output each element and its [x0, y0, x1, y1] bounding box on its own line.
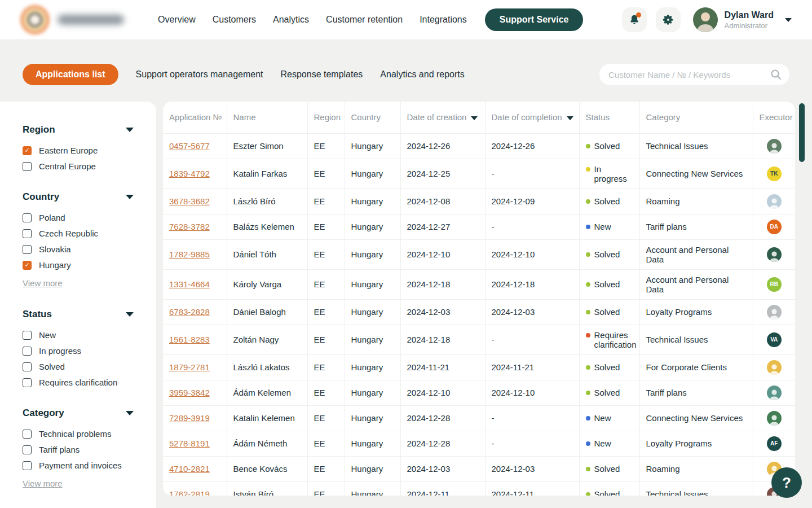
column-header-label: Region	[314, 112, 341, 122]
date-of-completion-cell: -	[485, 159, 579, 189]
checkbox-unchecked[interactable]	[23, 162, 32, 171]
filter-option-central-europe[interactable]: Central Europe	[23, 161, 134, 171]
executor-photo-avatar[interactable]	[767, 194, 782, 209]
search-icon[interactable]	[770, 69, 782, 80]
application-number-link[interactable]: 1879-2781	[169, 362, 210, 372]
executor-photo-avatar[interactable]	[767, 305, 782, 319]
executor-photo-avatar[interactable]	[767, 411, 782, 426]
filter-section-header-country[interactable]: Country	[23, 191, 134, 203]
filter-option-eastern-europe[interactable]: ✓Eastern Europe	[23, 146, 134, 155]
executor-photo-avatar[interactable]	[767, 247, 782, 262]
nav-item-overview[interactable]: Overview	[158, 15, 196, 25]
notifications-button[interactable]	[622, 7, 647, 32]
filter-option-payment-and-invoices[interactable]: Payment and invoices	[23, 461, 134, 470]
filter-option-czech-republic[interactable]: Czech Republic	[23, 229, 134, 238]
executor-photo-avatar[interactable]	[767, 139, 782, 154]
nav-item-analytics[interactable]: Analytics	[273, 15, 309, 25]
filter-option-solved[interactable]: Solved	[23, 362, 134, 371]
application-number-link[interactable]: 0457-5677	[169, 141, 210, 151]
customer-name-cell: Katalin Farkas	[227, 159, 307, 189]
nav-item-integrations[interactable]: Integrations	[420, 15, 467, 25]
filter-option-in-progress[interactable]: In progress	[23, 346, 134, 356]
filter-option-poland[interactable]: Poland	[23, 213, 134, 222]
executor-photo-avatar[interactable]	[767, 386, 782, 400]
column-header-label: Name	[233, 112, 256, 122]
executor-initials-avatar[interactable]: VA	[767, 332, 782, 347]
application-number-link[interactable]: 3678-3682	[169, 196, 210, 206]
column-header-label: Status	[586, 112, 610, 122]
status-cell: Solved	[579, 239, 639, 269]
brand-logo[interactable]	[20, 5, 145, 34]
checkbox-unchecked[interactable]	[23, 445, 32, 454]
region-cell: EE	[307, 239, 345, 269]
status-dot-requires	[586, 333, 590, 338]
checkbox-checked[interactable]: ✓	[23, 146, 32, 155]
status-label: Solved	[594, 249, 620, 259]
application-number-link[interactable]: 1839-4792	[169, 169, 210, 178]
status-cell: Solved	[579, 133, 639, 159]
tab-applications-list[interactable]: Applications list	[23, 64, 118, 85]
tab-analytics-and-reports[interactable]: Analytics and reports	[380, 64, 464, 85]
application-number-cell: 3959-3842	[163, 380, 227, 405]
application-number-link[interactable]: 7289-3919	[169, 413, 210, 423]
application-number-link[interactable]: 1561-8283	[169, 335, 210, 344]
category-cell: Technical Issues	[639, 325, 753, 354]
checkbox-unchecked[interactable]	[23, 331, 32, 340]
checkbox-checked[interactable]: ✓	[23, 261, 32, 270]
tab-response-templates[interactable]: Response templates	[281, 64, 363, 85]
checkbox-unchecked[interactable]	[23, 461, 32, 470]
executor-initials-avatar[interactable]: TK	[767, 167, 782, 181]
chevron-down-icon[interactable]	[785, 18, 792, 22]
executor-initials-avatar[interactable]: AF	[767, 436, 782, 451]
checkbox-unchecked[interactable]	[23, 213, 32, 222]
filter-option-slovakia[interactable]: Slovakia	[23, 244, 134, 254]
nav-item-customer-retention[interactable]: Customer retention	[326, 15, 403, 25]
view-more-link[interactable]: View more	[23, 479, 63, 488]
settings-button[interactable]	[656, 7, 681, 32]
filter-section-header-status[interactable]: Status	[23, 309, 134, 320]
executor-photo-avatar[interactable]	[767, 360, 782, 375]
checkbox-unchecked[interactable]	[23, 362, 32, 371]
date-of-creation-cell: 2024-12-11	[400, 481, 485, 496]
table-scrollbar[interactable]	[799, 103, 805, 162]
application-number-link[interactable]: 1762-2819	[169, 489, 210, 496]
filter-option-technical-problems[interactable]: Technical problems	[23, 429, 134, 439]
sort-descending-icon[interactable]	[567, 116, 573, 120]
filter-section-header-region[interactable]: Region	[23, 124, 134, 135]
checkbox-unchecked[interactable]	[23, 245, 32, 254]
application-number-link[interactable]: 3959-3842	[169, 388, 210, 397]
checkbox-unchecked[interactable]	[23, 430, 32, 439]
application-number-link[interactable]: 1782-9885	[169, 249, 210, 259]
application-number-link[interactable]: 1331-4664	[169, 279, 210, 289]
executor-initials-avatar[interactable]: DA	[767, 220, 782, 234]
executor-initials-avatar[interactable]: RB	[767, 277, 782, 292]
checkbox-unchecked[interactable]	[23, 378, 32, 387]
support-service-button[interactable]: Support Service	[485, 8, 584, 31]
filter-option-requires-clarification[interactable]: Requires clarification	[23, 378, 134, 387]
country-cell: Hungary	[345, 269, 400, 299]
filter-option-label: Slovakia	[39, 244, 71, 254]
checkbox-unchecked[interactable]	[23, 229, 32, 238]
category-cell: Roaming	[639, 456, 753, 481]
column-header-date-of-completion[interactable]: Date of completion	[485, 102, 579, 133]
filter-section-header-category[interactable]: Category	[23, 408, 134, 419]
view-more-link[interactable]: View more	[23, 278, 63, 288]
filters-sidebar: Region✓Eastern EuropeCentral EuropeCount…	[0, 102, 156, 508]
sort-descending-icon[interactable]	[471, 116, 478, 120]
nav-item-customers[interactable]: Customers	[213, 15, 256, 25]
application-number-link[interactable]: 7628-3782	[169, 222, 210, 231]
filter-option-hungary[interactable]: ✓Hungary	[23, 260, 134, 270]
filter-option-tariff-plans[interactable]: Tariff plans	[23, 445, 134, 454]
checkbox-unchecked[interactable]	[23, 347, 32, 356]
application-number-link[interactable]: 5278-8191	[169, 439, 210, 448]
application-number-cell: 4710-2821	[163, 456, 227, 481]
column-header-date-of-creation[interactable]: Date of creation	[400, 102, 485, 133]
filter-option-new[interactable]: New	[23, 330, 134, 340]
user-menu[interactable]: Dylan Ward Administrator	[693, 7, 792, 32]
category-cell: Technical Issues	[639, 481, 753, 496]
application-number-link[interactable]: 6783-2828	[169, 307, 210, 317]
application-number-link[interactable]: 4710-2821	[169, 464, 210, 474]
search-input[interactable]	[608, 70, 770, 80]
tab-support-operators-management[interactable]: Support operators management	[136, 64, 263, 85]
help-button[interactable]: ?	[771, 467, 802, 498]
